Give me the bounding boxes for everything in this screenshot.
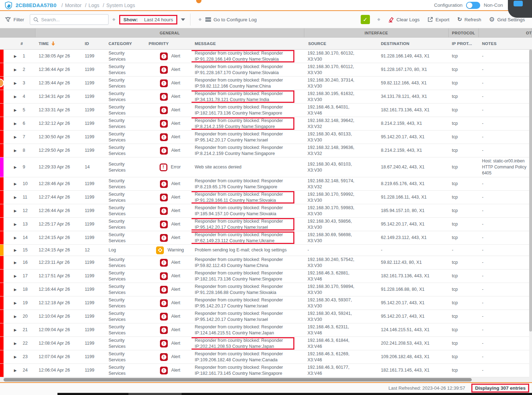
row-time: 12:27:44 Apr 26 [35,191,82,204]
expand-row-cell[interactable]: ▶ [4,157,20,177]
row-destination: 91.228.167.170, 80, X1 [376,63,449,76]
expand-row-cell[interactable]: ▶ [4,364,20,377]
row-category: SecurityServices [105,218,145,231]
col-header-id[interactable]: ID [82,38,105,49]
expand-row-cell[interactable]: ▶ [4,350,20,363]
expand-arrow-icon[interactable]: ▶ [14,94,17,100]
row-number: 5 [20,104,35,117]
expand-arrow-icon[interactable]: ▶ [14,367,17,373]
search-box[interactable] [30,14,109,25]
col-header-source[interactable]: SOURCE [304,38,376,49]
expand-row-cell[interactable]: ▶ [4,256,20,269]
expand-arrow-icon[interactable]: ▶ [14,313,17,319]
expand-row-cell[interactable]: ▶ [4,117,20,130]
expand-row-cell[interactable]: ▶ [4,191,20,204]
col-header-time[interactable]: TIME [35,38,82,49]
notes-line: - [482,67,532,73]
expand-row-cell[interactable]: ▶ [4,144,20,157]
expand-row-cell[interactable]: ▶ [4,63,20,76]
expand-row-cell[interactable]: ▶ [4,310,20,323]
expand-row-cell[interactable]: ▶ [4,296,20,310]
vertical-scrollbar-thumb[interactable] [529,50,532,332]
col-header-message[interactable]: MESSAGE [192,38,304,49]
expand-row-cell[interactable]: ▶ [4,130,20,144]
priority-glyph: ! [161,301,166,306]
expand-arrow-icon[interactable]: ▶ [14,221,17,227]
clear-logs-button[interactable]: Clear Logs [388,17,420,22]
expand-arrow-icon[interactable]: ▶ [14,148,17,154]
expand-row-cell[interactable]: ▶ [4,231,20,244]
expand-arrow-icon[interactable]: ▶ [14,235,17,241]
col-header-notes[interactable]: NOTES [479,38,532,49]
expand-arrow-icon[interactable]: ▶ [14,181,17,187]
expand-row-cell[interactable]: ▶ [4,177,20,190]
expand-arrow-icon[interactable]: ▶ [14,273,17,279]
row-destination: 62.149.23.112, 443, X1 [376,231,449,244]
go-to-configure-log-button[interactable]: Go to Configure Log [205,17,257,22]
alert-icon: ! [160,79,168,87]
expand-row-cell[interactable]: ▶ [4,323,20,336]
col-header-ip-prot[interactable]: IP PROT... [449,38,479,49]
filter-button[interactable]: Filter [5,17,24,22]
expand-arrow-icon[interactable]: ▶ [14,194,17,200]
expand-arrow-icon[interactable]: ▶ [14,53,17,59]
expand-row-cell[interactable]: ▶ [4,283,20,296]
expand-row-cell[interactable]: ▶ [4,245,20,256]
category-line: Security [109,178,145,184]
device-id[interactable]: 2CB8EDAA57B0 [16,2,56,8]
expand-arrow-icon[interactable]: ▶ [14,260,17,266]
expand-row-cell[interactable]: ▶ [4,204,20,217]
expand-arrow-icon[interactable]: ▶ [14,121,17,127]
breadcrumb-logs[interactable]: Logs [89,2,99,8]
search-input[interactable] [41,17,101,22]
export-button[interactable]: Export [427,17,449,22]
expand-arrow-icon[interactable]: ▶ [14,107,17,113]
show-value: Last 24 hours [144,17,173,22]
row-source: 192.168.46.3, 62881,X3:V46 [304,269,376,283]
refresh-button[interactable]: ↻ Refresh [457,17,481,22]
col-header-num[interactable]: # [20,38,35,49]
col-header-priority[interactable]: PRIORITY [145,38,192,49]
expand-row-cell[interactable]: ▶ [4,50,20,63]
expand-row-cell[interactable]: ▶ [4,104,20,117]
expand-row-cell[interactable]: ▶ [4,337,20,350]
col-header-category[interactable]: CATEGORY [105,38,145,49]
expand-arrow-icon[interactable]: ▶ [14,327,17,333]
expand-arrow-icon[interactable]: ▶ [14,134,17,140]
chevron-down-icon[interactable] [181,18,185,21]
expand-arrow-icon[interactable]: ▶ [14,208,17,214]
expand-arrow-icon[interactable]: ▶ [14,80,17,86]
expand-arrow-icon[interactable]: ▶ [14,340,17,346]
expand-arrow-icon[interactable]: ▶ [14,354,17,360]
show-range-dropdown[interactable]: Show: Last 24 hours [123,17,173,22]
priority-label: Error [171,164,181,170]
expand-arrow-icon[interactable]: ▶ [14,164,17,170]
breadcrumb-system-logs[interactable]: System Logs [106,2,135,8]
column-header-row: # TIME ID CATEGORY PRIORITY MESSAGE SOUR… [0,38,532,50]
expand-row-cell[interactable]: ▶ [4,90,20,103]
row-source: 192.168.32.148, 59174,X3:V32 [304,177,376,190]
col-header-destination[interactable]: DESTINATION [376,38,449,49]
message-line: Responder from country blocked: Responde… [195,145,304,151]
breadcrumb-monitor[interactable]: Monitor [65,2,82,8]
expand-row-cell[interactable]: ▶ [4,269,20,283]
notes-line: - [482,121,532,127]
vertical-scrollbar[interactable] [529,50,532,377]
expand-arrow-icon[interactable]: ▶ [14,247,17,253]
config-mode-toggle[interactable] [466,2,480,9]
message-line: Responder from country blocked: Responde… [195,118,304,124]
category-line: Security [109,232,145,238]
expand-arrow-icon[interactable]: ▶ [14,300,17,306]
expand-arrow-icon[interactable]: ▶ [14,67,17,73]
horizontal-scrollbar-thumb[interactable] [4,378,472,382]
source-line: X3:V46 [307,357,376,363]
select-all-checkbox[interactable]: ✓ [361,15,370,24]
notes-line: - [482,313,532,319]
alert-icon: ! [160,367,168,374]
expand-row-cell[interactable]: ▶ [4,218,20,231]
row-priority: !Alert [145,310,192,323]
expand-arrow-icon[interactable]: ▶ [14,286,17,293]
expand-row-cell[interactable]: ▶ [4,77,20,90]
horizontal-scrollbar[interactable] [0,377,532,382]
row-id: 1199 [82,63,105,76]
